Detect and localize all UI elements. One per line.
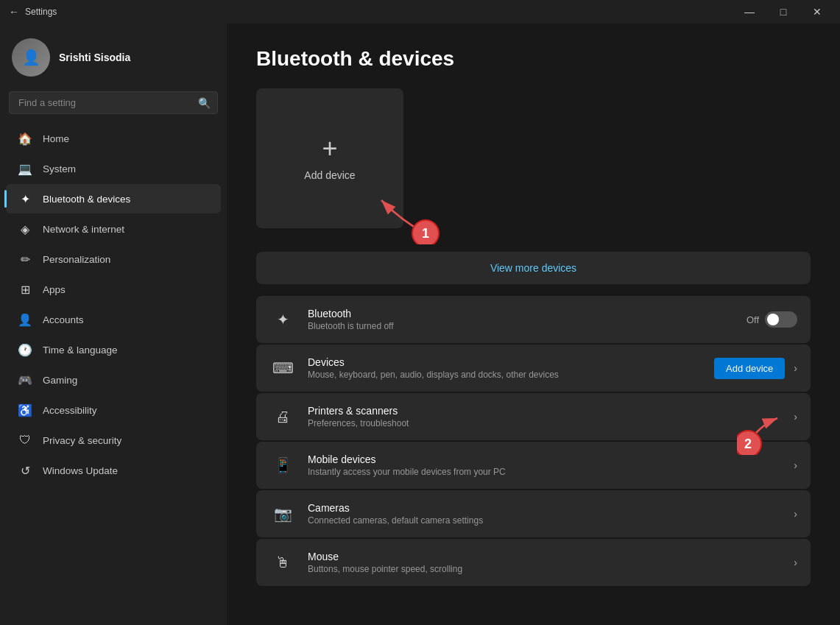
row-subtitle-mouse: Buttons, mouse pointer speed, scrolling — [308, 564, 782, 574]
nav-icon-accessibility: ♿ — [18, 403, 32, 417]
row-title-printers: Printers & scanners — [308, 405, 782, 417]
row-icon-bluetooth: ✦ — [269, 306, 296, 333]
bluetooth-toggle-label: Off — [747, 314, 759, 325]
nav-label-time: Time & language — [43, 345, 118, 356]
row-text-printers: Printers & scanners Preferences, trouble… — [308, 405, 782, 428]
nav-icon-home: 🏠 — [18, 131, 32, 146]
nav-icon-time: 🕐 — [18, 342, 32, 357]
row-text-mouse: Mouse Buttons, mouse pointer speed, scro… — [308, 551, 782, 574]
sidebar-item-bluetooth[interactable]: ✦ Bluetooth & devices — [6, 184, 221, 213]
nav-label-network: Network & internet — [43, 224, 124, 235]
svg-point-1 — [412, 220, 439, 244]
nav-icon-bluetooth: ✦ — [18, 191, 32, 206]
add-device-card[interactable]: + Add device — [256, 88, 403, 228]
search-box: 🔍 — [9, 91, 218, 114]
row-subtitle-devices: Mouse, keyboard, pen, audio, displays an… — [308, 370, 702, 380]
add-icon: + — [322, 135, 337, 162]
nav-label-system: System — [43, 163, 76, 174]
settings-row-printers[interactable]: 🖨 Printers & scanners Preferences, troub… — [256, 393, 811, 440]
add-device-row-button[interactable]: Add device — [714, 358, 785, 379]
title-bar-title: Settings — [25, 7, 57, 17]
nav-label-accessibility: Accessibility — [43, 405, 97, 416]
row-title-cameras: Cameras — [308, 502, 782, 514]
page-title: Bluetooth & devices — [256, 47, 811, 71]
nav-icon-apps: ⊞ — [18, 282, 32, 297]
nav-icon-update: ↺ — [18, 463, 32, 478]
sidebar-item-network[interactable]: ◈ Network & internet — [6, 214, 221, 244]
bluetooth-toggle-wrap: Off — [747, 311, 797, 328]
nav-icon-network: ◈ — [18, 222, 32, 236]
svg-text:1: 1 — [422, 226, 429, 241]
row-action-cameras: › — [794, 508, 797, 520]
row-icon-printers: 🖨 — [269, 403, 296, 430]
nav-container: 🏠 Home 💻 System ✦ Bluetooth & devices ◈ … — [0, 123, 227, 486]
app-body: 👤 Srishti Sisodia 🔍 🏠 Home 💻 System ✦ Bl… — [0, 24, 840, 625]
sidebar-item-time[interactable]: 🕐 Time & language — [6, 335, 221, 364]
title-bar-left: ← Settings — [9, 6, 57, 18]
row-title-bluetooth: Bluetooth — [308, 308, 735, 319]
row-icon-devices: ⌨ — [269, 355, 296, 381]
settings-row-mouse[interactable]: 🖱 Mouse Buttons, mouse pointer speed, sc… — [256, 539, 811, 586]
close-button[interactable]: ✕ — [800, 0, 834, 24]
nav-icon-personalization: ✏ — [18, 252, 32, 266]
row-icon-mouse: 🖱 — [269, 549, 296, 576]
sidebar-item-apps[interactable]: ⊞ Apps — [6, 275, 221, 304]
settings-row-bluetooth[interactable]: ✦ Bluetooth Bluetooth is turned off Off — [256, 296, 811, 343]
chevron-mobile: › — [794, 459, 797, 471]
sidebar-item-accessibility[interactable]: ♿ Accessibility — [6, 395, 221, 425]
nav-label-apps: Apps — [43, 284, 66, 295]
search-input[interactable] — [9, 91, 218, 114]
sidebar-item-home[interactable]: 🏠 Home — [6, 124, 221, 153]
settings-row-mobile[interactable]: 📱 Mobile devices Instantly access your m… — [256, 442, 811, 489]
row-action-devices: Add device › — [714, 358, 797, 379]
search-icon: 🔍 — [198, 97, 211, 109]
chevron-mouse: › — [794, 557, 797, 568]
row-subtitle-printers: Preferences, troubleshoot — [308, 418, 782, 428]
nav-label-update: Windows Update — [43, 465, 118, 476]
sidebar-item-system[interactable]: 💻 System — [6, 154, 221, 183]
nav-icon-accounts: 👤 — [18, 312, 32, 327]
bluetooth-toggle[interactable] — [765, 311, 797, 328]
back-icon[interactable]: ← — [9, 6, 19, 18]
nav-label-accounts: Accounts — [43, 314, 84, 325]
row-subtitle-mobile: Instantly access your mobile devices fro… — [308, 467, 782, 477]
nav-label-bluetooth: Bluetooth & devices — [43, 194, 130, 205]
row-subtitle-cameras: Connected cameras, default camera settin… — [308, 515, 782, 526]
view-more-button[interactable]: View more devices — [256, 252, 811, 284]
maximize-button[interactable]: □ — [766, 0, 800, 24]
sidebar: 👤 Srishti Sisodia 🔍 🏠 Home 💻 System ✦ Bl… — [0, 24, 227, 625]
title-bar: ← Settings — □ ✕ — [0, 0, 840, 24]
nav-label-personalization: Personalization — [43, 254, 110, 265]
nav-icon-privacy: 🛡 — [18, 433, 32, 448]
nav-label-gaming: Gaming — [43, 375, 77, 386]
settings-row-cameras[interactable]: 📷 Cameras Connected cameras, default cam… — [256, 490, 811, 537]
add-device-label: Add device — [304, 169, 355, 181]
row-subtitle-bluetooth: Bluetooth is turned off — [308, 321, 735, 331]
row-icon-mobile: 📱 — [269, 452, 296, 479]
main-content: Bluetooth & devices + Add device 1 — [227, 24, 840, 625]
row-text-mobile: Mobile devices Instantly access your mob… — [308, 453, 782, 477]
sidebar-item-update[interactable]: ↺ Windows Update — [6, 456, 221, 485]
chevron-devices: › — [794, 362, 797, 374]
row-text-cameras: Cameras Connected cameras, default camer… — [308, 502, 782, 526]
row-title-devices: Devices — [308, 356, 702, 368]
sidebar-item-personalization[interactable]: ✏ Personalization — [6, 244, 221, 274]
user-name: Srishti Sisodia — [59, 52, 130, 63]
chevron-printers: › — [794, 411, 797, 423]
row-text-bluetooth: Bluetooth Bluetooth is turned off — [308, 308, 735, 331]
minimize-button[interactable]: — — [733, 0, 766, 24]
nav-label-home: Home — [43, 133, 69, 144]
row-action-mouse: › — [794, 557, 797, 568]
nav-icon-system: 💻 — [18, 161, 32, 176]
title-bar-controls: — □ ✕ — [733, 0, 834, 24]
row-icon-cameras: 📷 — [269, 501, 296, 527]
toggle-thumb — [767, 314, 779, 325]
sidebar-item-accounts[interactable]: 👤 Accounts — [6, 305, 221, 334]
sidebar-item-gaming[interactable]: 🎮 Gaming — [6, 365, 221, 395]
user-section: 👤 Srishti Sisodia — [0, 24, 227, 88]
sidebar-item-privacy[interactable]: 🛡 Privacy & security — [6, 426, 221, 455]
settings-row-devices[interactable]: ⌨ Devices Mouse, keyboard, pen, audio, d… — [256, 345, 811, 392]
row-title-mobile: Mobile devices — [308, 453, 782, 465]
row-title-mouse: Mouse — [308, 551, 782, 562]
row-action-mobile: › — [794, 459, 797, 471]
